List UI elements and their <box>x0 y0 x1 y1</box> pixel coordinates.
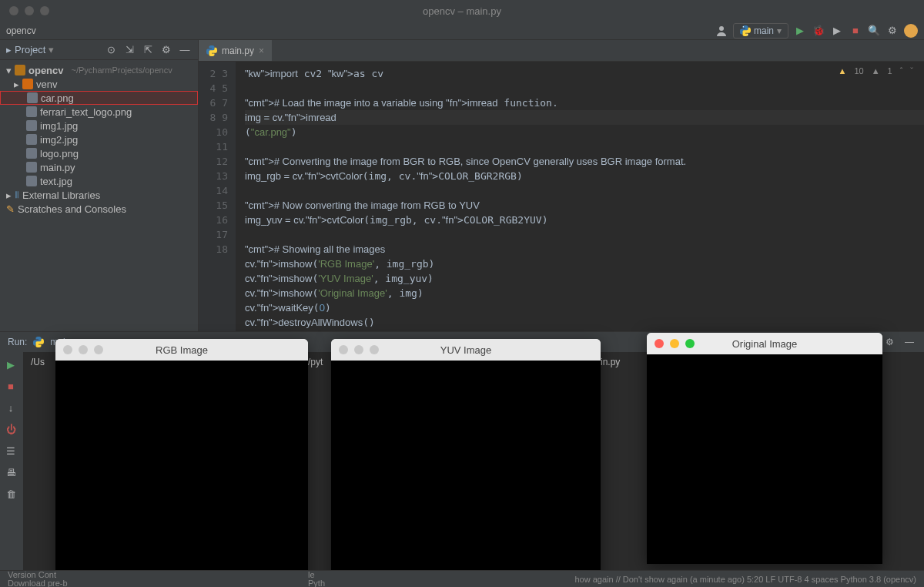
tree-item-img1[interactable]: img1.jpg <box>0 119 198 132</box>
layout-icon[interactable]: ☰ <box>3 443 18 458</box>
project-header-arrow-icon[interactable]: ▸ <box>6 44 12 55</box>
project-header-title[interactable]: Project <box>15 44 45 55</box>
folder-icon <box>15 65 25 75</box>
minimize-dot[interactable] <box>354 345 363 354</box>
tree-label: logo.png <box>40 148 79 159</box>
avatar-icon[interactable] <box>904 24 918 38</box>
zoom-dot[interactable] <box>94 345 103 354</box>
tree-item-logo[interactable]: logo.png <box>0 146 198 160</box>
zoom-dot[interactable] <box>370 345 379 354</box>
down-icon[interactable]: ↓ <box>3 400 18 415</box>
collapse-all-icon[interactable]: ⇱ <box>141 43 155 57</box>
window-title: Original Image <box>732 338 798 350</box>
project-header: ▸ Project ▾ ⊙ ⇲ ⇱ ⚙ — <box>0 40 198 60</box>
select-open-file-icon[interactable]: ⊙ <box>104 43 118 57</box>
svg-point-2 <box>747 34 748 35</box>
warning-icon: ▲ <box>839 66 847 75</box>
search-icon[interactable]: 🔍 <box>867 24 881 38</box>
tree-label: img1.jpg <box>40 120 78 132</box>
file-icon <box>27 92 38 103</box>
trash-icon[interactable]: 🗑 <box>3 486 18 501</box>
window-bar[interactable]: RGB Image <box>55 339 308 361</box>
hide-icon[interactable]: — <box>902 335 916 349</box>
svg-point-0 <box>719 26 724 31</box>
vcs-widget[interactable]: Version Cont <box>8 571 68 579</box>
window-controls[interactable] <box>0 6 49 15</box>
window-bar[interactable]: YUV Image <box>331 339 601 361</box>
chevron-right-icon: ▸ <box>14 79 19 90</box>
breadcrumb[interactable]: opencv <box>6 25 36 36</box>
stop-icon[interactable]: ■ <box>3 378 18 394</box>
file-icon <box>26 162 37 173</box>
chevron-up-icon[interactable]: ˆ <box>900 66 903 75</box>
user-menu-icon[interactable] <box>715 24 728 38</box>
run-config-selector[interactable]: main ▾ <box>733 23 788 39</box>
close-dot[interactable] <box>339 345 348 354</box>
file-icon <box>26 106 37 117</box>
output-text: in.py <box>601 357 620 367</box>
coverage-icon[interactable]: ▶ <box>830 24 844 38</box>
status-bar: Version Cont Download pre-b le Pyth how … <box>0 570 924 587</box>
close-icon[interactable]: × <box>259 45 264 56</box>
tab-label: main.py <box>222 45 254 56</box>
tree-label: car.png <box>41 92 74 104</box>
output-text: /Us <box>31 357 45 367</box>
minimize-dot[interactable] <box>670 339 679 348</box>
zoom-dot[interactable] <box>685 339 695 348</box>
editor-tabs: main.py × <box>199 40 924 62</box>
stop-icon[interactable]: ■ <box>849 24 862 38</box>
close-dot[interactable] <box>63 345 72 354</box>
project-tree[interactable]: ▾ opencv ~/PycharmProjects/opencv ▸ venv… <box>0 60 198 219</box>
inspection-widget[interactable]: ▲10 ▲1 ˆˇ <box>839 66 914 75</box>
expand-all-icon[interactable]: ⇲ <box>122 43 136 57</box>
status-text: Pyth <box>308 579 325 588</box>
gear-icon[interactable]: ⚙ <box>159 43 173 57</box>
file-icon <box>26 176 37 186</box>
tree-item-ferrari[interactable]: ferrari_text_logo.png <box>0 105 198 119</box>
python-icon <box>740 25 751 36</box>
folder-icon <box>22 79 33 89</box>
tree-item-car[interactable]: car.png <box>0 91 198 105</box>
gear-icon[interactable]: ⚙ <box>882 335 896 349</box>
tree-item-main[interactable]: main.py <box>0 160 198 174</box>
close-dot[interactable] <box>654 339 664 348</box>
close-dot[interactable] <box>9 6 18 15</box>
chevron-right-icon: ▸ <box>6 190 12 201</box>
exit-icon[interactable]: ⏻ <box>3 421 18 437</box>
hide-icon[interactable]: — <box>178 43 192 57</box>
image-content <box>331 361 601 585</box>
image-content <box>55 361 308 585</box>
project-root[interactable]: ▾ opencv ~/PycharmProjects/opencv <box>0 63 198 77</box>
image-window-original[interactable]: Original Image <box>647 333 882 564</box>
tree-item-img2[interactable]: img2.jpg <box>0 132 198 146</box>
tree-label: venv <box>36 79 57 90</box>
tree-item-text[interactable]: text.jpg <box>0 174 198 188</box>
weak-warning-icon: ▲ <box>872 66 880 75</box>
editor-tab-main[interactable]: main.py × <box>199 40 272 61</box>
scratches-consoles[interactable]: ✎ Scratches and Consoles <box>0 202 198 216</box>
zoom-dot[interactable] <box>40 6 49 15</box>
image-window-rgb[interactable]: RGB Image <box>55 339 308 585</box>
window-bar[interactable]: Original Image <box>647 333 882 354</box>
tree-item-venv[interactable]: ▸ venv <box>0 77 198 91</box>
settings-icon[interactable]: ⚙ <box>886 24 899 38</box>
tree-label: img2.jpg <box>40 134 78 146</box>
chevron-down-icon[interactable]: ˇ <box>910 66 913 75</box>
tree-label: main.py <box>40 162 75 173</box>
chevron-down-icon[interactable]: ▾ <box>49 44 54 55</box>
rerun-icon[interactable]: ▶ <box>3 357 18 372</box>
image-window-yuv[interactable]: YUV Image <box>331 339 601 585</box>
python-icon <box>206 45 217 56</box>
chevron-down-icon: ▾ <box>777 25 782 36</box>
debug-icon[interactable]: 🐞 <box>812 24 825 38</box>
run-toolbar: ▶ ■ ↓ ⏻ ☰ 🖶 🗑 <box>0 352 23 570</box>
download-widget[interactable]: Download pre-b <box>8 579 68 588</box>
status-right[interactable]: how again // Don't show again (a minute … <box>574 575 916 584</box>
external-libraries[interactable]: ▸⫴ External Libraries <box>0 188 198 202</box>
print-icon[interactable]: 🖶 <box>3 465 18 480</box>
minimize-dot[interactable] <box>79 345 88 354</box>
minimize-dot[interactable] <box>25 6 34 15</box>
tree-label: text.jpg <box>40 176 72 187</box>
run-icon[interactable]: ▶ <box>793 24 807 38</box>
file-icon <box>26 120 37 131</box>
